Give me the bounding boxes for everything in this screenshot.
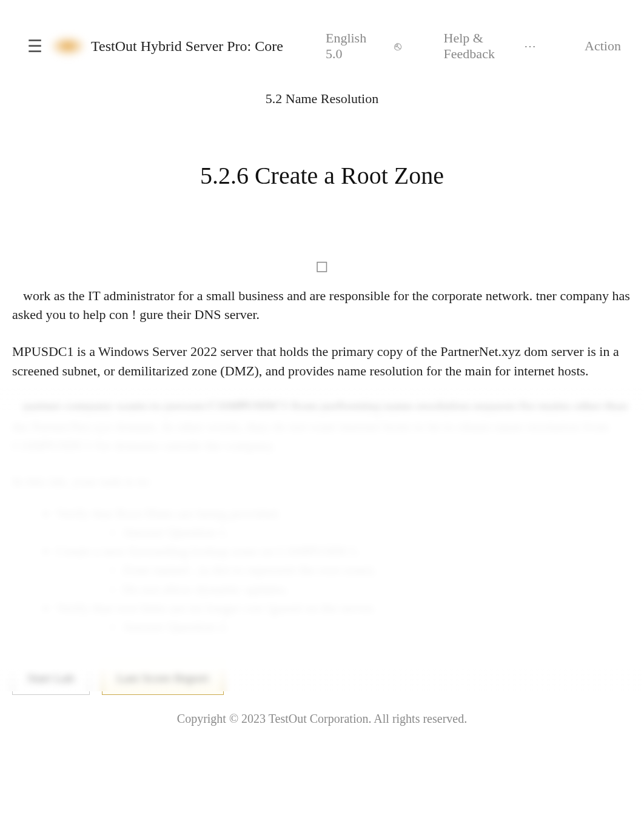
media-placeholder-icon: ◻ (0, 257, 644, 275)
task-subitem: Answer Question 1. (122, 523, 644, 542)
brand-logo (51, 35, 85, 57)
tasks-lead: In this lab, your task is to: (0, 474, 644, 489)
scenario-body: work as the IT administrator for a small… (0, 286, 644, 455)
menu-icon[interactable]: ☰ (27, 36, 45, 56)
page-title: 5.2.6 Create a Root Zone (0, 161, 644, 190)
paragraph-1: work as the IT administrator for a small… (12, 286, 632, 324)
task-list: Verify that Root Hints are being provide… (0, 504, 644, 637)
task-subitem: Answer Question 2. (122, 617, 644, 636)
paragraph-2: MPUSDC1 is a Windows Server 2022 server … (12, 342, 632, 380)
action-icon[interactable]: ⋯ (524, 39, 536, 53)
breadcrumb: 5.2 Name Resolution (0, 91, 644, 107)
button-row: Start Lab Last Score Report (0, 636, 644, 695)
start-lab-button[interactable]: Start Lab (12, 659, 90, 695)
language-selector[interactable]: English 5.0 (326, 30, 370, 62)
help-feedback-link[interactable]: Help & Feedback (444, 30, 512, 62)
product-title: TestOut Hybrid Server Pro: Core (91, 38, 283, 55)
task-subitem: Do not allow dynamic updates. (122, 580, 644, 599)
task-subitem: Zone named . (a dot to represent the roo… (122, 560, 644, 579)
task-item: Verify that root hints are no longer con… (56, 599, 644, 636)
top-bar: ☰ TestOut Hybrid Server Pro: Core Englis… (0, 0, 644, 74)
paragraph-3: partner company wants to prevent CAMPUSD… (12, 398, 632, 455)
copyright-text: Copyright © 2023 TestOut Corporation. Al… (0, 712, 644, 726)
actions-menu[interactable]: Action (585, 38, 621, 54)
task-item: Create a new forwarding lookup zone on C… (56, 542, 644, 599)
task-item: Verify that Root Hints are being provide… (56, 504, 644, 542)
task-text: Verify that root hints are no longer con… (56, 600, 376, 615)
chevron-down-icon[interactable]: ⎋ (394, 39, 401, 53)
task-text: Create a new forwarding lookup zone on C… (56, 543, 360, 558)
task-text: Verify that Root Hints are being provide… (56, 506, 281, 521)
last-score-report-button[interactable]: Last Score Report (102, 659, 224, 695)
